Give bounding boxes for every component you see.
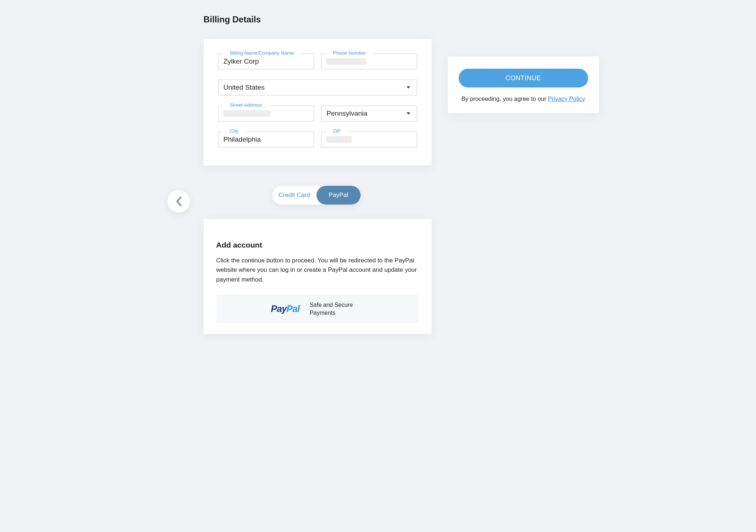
zip-label: ZIP	[326, 128, 348, 134]
country-select[interactable]: United States	[218, 80, 417, 95]
street-label: Street Address	[222, 102, 270, 108]
back-button[interactable]	[167, 190, 190, 213]
continue-card: CONTINUE By proceeding, you agree to our…	[448, 56, 599, 113]
paypal-logo-icon: PayPal	[271, 303, 300, 314]
chevron-left-icon	[175, 196, 182, 206]
country-value: United States	[224, 83, 265, 91]
payment-method-toggle: Credit Card PayPal	[272, 186, 361, 205]
billing-name-label: Billing Name/Company Name	[222, 50, 302, 56]
phone-redacted	[326, 58, 366, 65]
page-title: Billing Details	[204, 14, 614, 25]
secure-payments-strip: PayPal Safe and Secure Payments	[216, 295, 419, 323]
secure-payments-text: Safe and Secure Payments	[310, 301, 364, 317]
add-account-heading: Add account	[216, 241, 419, 249]
city-label: City	[222, 128, 246, 134]
state-select[interactable]: Pennsylvania	[321, 106, 417, 121]
billing-card: Billing Name/Company Name Phone Number U…	[204, 39, 432, 166]
tab-credit-card[interactable]: Credit Card	[272, 186, 317, 205]
continue-button[interactable]: CONTINUE	[459, 69, 588, 87]
phone-label: Phone Number	[326, 50, 374, 56]
tab-paypal[interactable]: PayPal	[317, 186, 361, 205]
agree-text: By proceeding, you agree to our Privacy …	[459, 95, 588, 102]
billing-name-input[interactable]	[218, 53, 314, 69]
zip-redacted	[326, 136, 352, 143]
caret-down-icon	[407, 86, 410, 89]
city-input[interactable]	[218, 132, 314, 147]
paypal-description: Click the continue button to proceed. Yo…	[216, 256, 419, 284]
privacy-policy-link[interactable]: Privacy Policy	[548, 95, 585, 102]
street-redacted	[223, 110, 270, 117]
state-value: Pennsylvania	[327, 110, 368, 117]
caret-down-icon	[407, 112, 410, 115]
paypal-card: Add account Click the continue button to…	[204, 219, 432, 334]
